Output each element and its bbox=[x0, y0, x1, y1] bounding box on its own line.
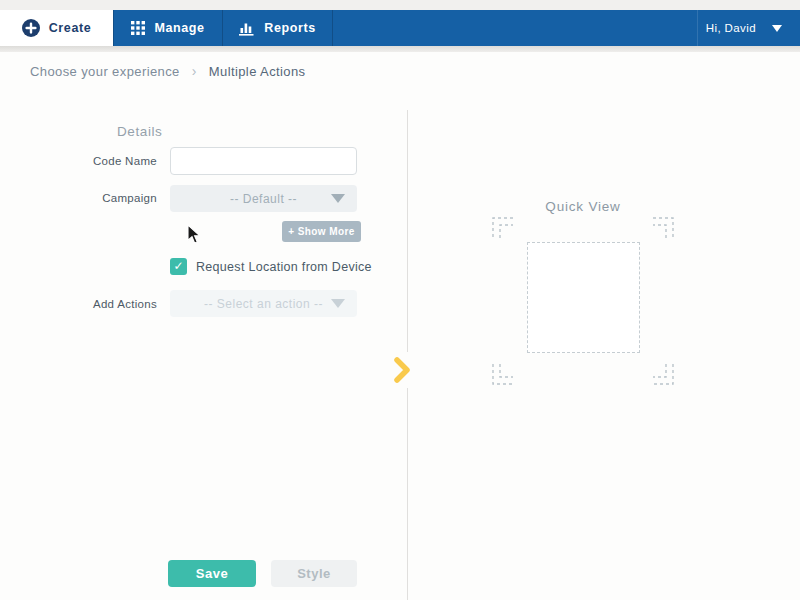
bar-chart-icon bbox=[239, 21, 255, 36]
top-navbar: Create Manage Reports Hi, David bbox=[0, 10, 800, 46]
add-actions-label: Add Actions bbox=[40, 298, 157, 310]
request-location-checkbox[interactable]: ✓ bbox=[170, 258, 187, 275]
show-more-button[interactable]: + Show More bbox=[282, 221, 361, 242]
breadcrumb-choose-experience[interactable]: Choose your experience bbox=[30, 64, 180, 79]
breadcrumb-separator-icon: › bbox=[192, 63, 197, 79]
qr-corner-bottom-right-icon bbox=[652, 363, 674, 385]
tab-manage-label: Manage bbox=[154, 21, 204, 35]
tab-create-label: Create bbox=[49, 21, 92, 35]
user-greeting: Hi, David bbox=[706, 22, 756, 34]
qr-corner-bottom-left-icon bbox=[492, 363, 514, 385]
vertical-divider bbox=[407, 388, 408, 600]
details-section-title: Details bbox=[117, 124, 162, 139]
breadcrumb: Choose your experience › Multiple Action… bbox=[30, 63, 306, 79]
quick-view-title: Quick View bbox=[483, 199, 683, 214]
code-name-label: Code Name bbox=[40, 155, 157, 167]
expand-chevron-icon[interactable] bbox=[391, 356, 413, 384]
tab-create[interactable]: Create bbox=[0, 10, 113, 46]
save-button[interactable]: Save bbox=[168, 560, 256, 587]
dropdown-arrow-icon bbox=[331, 194, 345, 203]
campaign-label: Campaign bbox=[40, 192, 157, 204]
vertical-divider bbox=[407, 110, 408, 352]
mouse-cursor-icon bbox=[187, 224, 201, 245]
request-location-label: Request Location from Device bbox=[196, 260, 372, 274]
code-name-input[interactable] bbox=[170, 147, 357, 175]
qr-corner-top-left-icon bbox=[492, 217, 514, 239]
breadcrumb-multiple-actions: Multiple Actions bbox=[209, 64, 306, 79]
style-button[interactable]: Style bbox=[271, 560, 357, 587]
add-actions-selected-value: -- Select an action -- bbox=[204, 297, 323, 311]
plus-circle-icon bbox=[22, 19, 40, 37]
tab-manage[interactable]: Manage bbox=[113, 10, 223, 46]
campaign-selected-value: -- Default -- bbox=[230, 192, 297, 206]
tab-reports[interactable]: Reports bbox=[223, 10, 333, 46]
grid-icon bbox=[131, 21, 145, 35]
campaign-select[interactable]: -- Default -- bbox=[170, 185, 357, 212]
qr-preview-placeholder bbox=[527, 242, 640, 353]
tab-reports-label: Reports bbox=[264, 21, 315, 35]
dropdown-arrow-icon bbox=[331, 299, 345, 308]
add-actions-select[interactable]: -- Select an action -- bbox=[170, 290, 357, 317]
chevron-down-icon bbox=[772, 25, 782, 32]
qr-corner-top-right-icon bbox=[652, 217, 674, 239]
user-menu[interactable]: Hi, David bbox=[697, 10, 790, 46]
